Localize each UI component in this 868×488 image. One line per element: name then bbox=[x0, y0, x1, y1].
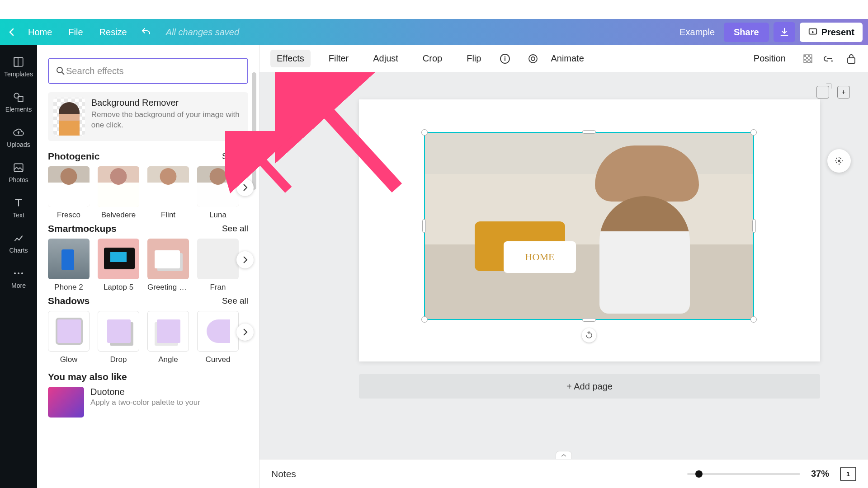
mockup-greeting-card[interactable]: Greeting car… bbox=[147, 239, 189, 292]
shadows-row: Glow Drop Angle Curved bbox=[48, 311, 253, 364]
app-duotone[interactable]: Duotone Apply a two-color palette to you… bbox=[48, 387, 248, 418]
smartmockups-row: Phone 2 Laptop 5 Greeting car… Fran bbox=[48, 239, 253, 292]
shadow-curved[interactable]: Curved bbox=[197, 311, 239, 364]
nav-label: Charts bbox=[0, 247, 37, 254]
section-title-youmaylike: You may also like bbox=[48, 371, 127, 382]
app-header: Home File Resize All changes saved Examp… bbox=[0, 19, 868, 45]
present-button[interactable]: Present bbox=[800, 23, 863, 42]
resize-handle-r[interactable] bbox=[752, 219, 756, 233]
image-decor-text: HOME bbox=[504, 241, 576, 273]
svg-rect-1 bbox=[14, 57, 23, 66]
row-next-smartmockups[interactable] bbox=[236, 251, 254, 268]
bg-remover-desc: Remove the background of your image with… bbox=[91, 110, 243, 131]
toolbar-flip[interactable]: Flip bbox=[460, 50, 487, 67]
shadow-drop[interactable]: Drop bbox=[98, 311, 139, 364]
toolbar-effects[interactable]: Effects bbox=[270, 50, 311, 67]
see-all-smartmockups[interactable]: See all bbox=[222, 224, 248, 234]
nav-more[interactable]: More bbox=[0, 262, 37, 297]
animate-icon bbox=[527, 53, 539, 65]
effect-fresco[interactable]: Fresco bbox=[48, 166, 90, 220]
toolbar-position[interactable]: Position bbox=[747, 50, 792, 67]
nav-text[interactable]: Text bbox=[0, 192, 37, 227]
image-context-toolbar: Effects Filter Adjust Crop Flip Animate … bbox=[259, 45, 868, 72]
design-title[interactable]: Example bbox=[679, 27, 715, 38]
toolbar-adjust[interactable]: Adjust bbox=[367, 50, 405, 67]
save-status: All changes saved bbox=[166, 27, 239, 38]
toolbar-crop[interactable]: Crop bbox=[416, 50, 448, 67]
page-manager-button[interactable]: 1 bbox=[840, 467, 856, 481]
download-button[interactable] bbox=[774, 22, 795, 42]
nav-label: Text bbox=[0, 211, 37, 219]
nav-label: Photos bbox=[0, 176, 37, 183]
charts-icon bbox=[13, 232, 24, 244]
resize-button[interactable]: Resize bbox=[91, 23, 135, 41]
duotone-title: Duotone bbox=[90, 387, 200, 397]
svg-rect-5 bbox=[14, 164, 23, 171]
nav-label: Uploads bbox=[0, 141, 37, 148]
resize-handle-bl[interactable] bbox=[421, 316, 428, 323]
shadow-angle[interactable]: Angle bbox=[147, 311, 189, 364]
search-input[interactable] bbox=[66, 66, 241, 76]
resize-handle-tr[interactable] bbox=[750, 129, 757, 136]
svg-line-19 bbox=[245, 143, 288, 190]
nav-label: Elements bbox=[0, 106, 37, 113]
see-all-shadows[interactable]: See all bbox=[222, 296, 248, 306]
mockup-laptop-5[interactable]: Laptop 5 bbox=[98, 239, 139, 292]
undo-icon[interactable] bbox=[140, 26, 152, 38]
nav-photos[interactable]: Photos bbox=[0, 156, 37, 192]
mockup-frame[interactable]: Fran bbox=[197, 239, 239, 292]
svg-line-18 bbox=[302, 84, 397, 188]
nav-uploads[interactable]: Uploads bbox=[0, 121, 37, 156]
more-icon bbox=[13, 267, 24, 279]
svg-point-17 bbox=[838, 160, 840, 162]
add-page-icon[interactable]: + bbox=[837, 86, 850, 99]
shadow-glow[interactable]: Glow bbox=[48, 311, 90, 364]
resize-handle-br[interactable] bbox=[750, 316, 757, 323]
rotate-handle[interactable] bbox=[582, 328, 596, 343]
toolbar-animate[interactable]: Animate bbox=[551, 50, 590, 67]
elements-icon bbox=[13, 91, 24, 103]
svg-point-8 bbox=[21, 272, 23, 274]
zoom-percentage[interactable]: 37% bbox=[811, 469, 829, 479]
resize-handle-l[interactable] bbox=[422, 219, 426, 233]
effect-belvedere[interactable]: Belvedere bbox=[98, 166, 139, 220]
bg-remover-title: Background Remover bbox=[91, 98, 243, 108]
resize-handle-tl[interactable] bbox=[421, 129, 428, 136]
svg-point-6 bbox=[14, 272, 16, 274]
photos-icon bbox=[13, 162, 24, 174]
transparency-icon[interactable] bbox=[802, 53, 814, 65]
search-icon bbox=[55, 66, 66, 76]
resize-handle-t[interactable] bbox=[582, 130, 596, 134]
zoom-slider-thumb[interactable] bbox=[695, 470, 703, 478]
nav-elements[interactable]: Elements bbox=[0, 86, 37, 121]
file-menu[interactable]: File bbox=[60, 23, 91, 41]
mockup-phone-2[interactable]: Phone 2 bbox=[48, 239, 90, 292]
effect-flint[interactable]: Flint bbox=[147, 166, 189, 220]
duplicate-page-icon[interactable] bbox=[816, 86, 829, 99]
bg-remover-thumb bbox=[53, 98, 85, 136]
nav-templates[interactable]: Templates bbox=[0, 51, 37, 86]
nav-charts[interactable]: Charts bbox=[0, 227, 37, 262]
back-icon[interactable] bbox=[5, 26, 18, 38]
notes-button[interactable]: Notes bbox=[271, 469, 296, 479]
expand-notes-tab[interactable] bbox=[556, 451, 572, 459]
svg-point-9 bbox=[57, 67, 62, 73]
section-title-photogenic: Photogenic bbox=[48, 151, 99, 162]
floating-action-button[interactable] bbox=[827, 149, 851, 173]
nav-label: More bbox=[0, 282, 37, 289]
home-button[interactable]: Home bbox=[20, 23, 60, 41]
background-remover-card[interactable]: Background Remover Remove the background… bbox=[48, 92, 248, 141]
svg-point-12 bbox=[531, 57, 535, 61]
lock-icon[interactable] bbox=[845, 53, 857, 65]
selected-image[interactable]: HOME bbox=[424, 132, 754, 320]
link-icon[interactable] bbox=[824, 53, 835, 65]
search-effects[interactable] bbox=[48, 58, 248, 84]
share-button[interactable]: Share bbox=[724, 23, 769, 42]
zoom-slider[interactable] bbox=[687, 473, 800, 475]
text-icon bbox=[13, 197, 24, 209]
add-page-button[interactable]: + Add page bbox=[359, 374, 820, 399]
resize-handle-b[interactable] bbox=[582, 318, 596, 322]
info-icon[interactable] bbox=[499, 53, 511, 65]
row-next-shadows[interactable] bbox=[236, 324, 254, 341]
toolbar-filter[interactable]: Filter bbox=[322, 50, 355, 67]
